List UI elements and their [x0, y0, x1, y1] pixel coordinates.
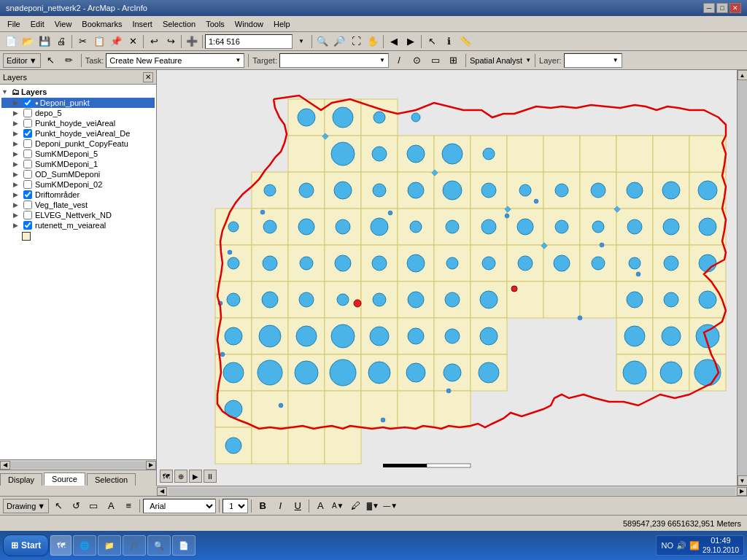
restore-button[interactable]: □: [716, 3, 728, 13]
edit-btn-3[interactable]: ▭: [427, 52, 444, 69]
layer-check-depo5[interactable]: [23, 109, 32, 117]
layer-check-elveg[interactable]: [23, 211, 32, 219]
layer-dropdown[interactable]: ▼: [564, 53, 622, 68]
undo-button[interactable]: ↩: [146, 34, 162, 50]
layer-item-veg-flate[interactable]: ▶ Veg_flate_vest: [1, 200, 155, 210]
zoom-full-button[interactable]: ⛶: [348, 34, 364, 50]
drawing-cursor-button[interactable]: ↖: [50, 498, 66, 514]
layer-item-depo5[interactable]: ▶ depo_5: [1, 108, 155, 118]
taskbar-item-arcmap[interactable]: 🗺: [50, 535, 71, 556]
drawing-rect-button[interactable]: ▭: [85, 498, 101, 514]
layer-check-punkt-hoyde[interactable]: [23, 119, 32, 128]
spatial-analyst-arrow[interactable]: ▼: [525, 57, 531, 63]
map-nav-icon-play[interactable]: ▶: [189, 470, 202, 483]
scroll-left-arrow[interactable]: ◀: [0, 461, 10, 470]
layer-check-od-sum[interactable]: [23, 170, 32, 179]
menu-insert[interactable]: Insert: [128, 18, 157, 30]
close-button[interactable]: ✕: [729, 3, 741, 13]
open-button[interactable]: 📂: [20, 34, 36, 50]
info-button[interactable]: ℹ: [441, 34, 457, 50]
layer-item-driftomrader[interactable]: ▶ Driftområder: [1, 190, 155, 200]
layer-check-driftomrader[interactable]: [23, 190, 32, 199]
add-data-button[interactable]: ➕: [184, 34, 200, 50]
layer-check-sumkm5[interactable]: [23, 149, 32, 158]
edit-tool-button[interactable]: ↖: [43, 52, 59, 69]
drawing-dropdown[interactable]: Drawing ▼: [3, 499, 49, 513]
save-button[interactable]: 💾: [36, 34, 53, 50]
drawing-rotate-button[interactable]: ↺: [68, 498, 84, 514]
scale-dropdown[interactable]: ▼: [293, 34, 309, 50]
map-nav-icon-1[interactable]: 🗺: [160, 470, 173, 483]
scroll-left-btn[interactable]: ◀: [157, 487, 167, 496]
root-expand[interactable]: ▼: [1, 88, 10, 96]
taskbar-item-ie[interactable]: 🌐: [73, 535, 96, 556]
print-button[interactable]: 🖨: [53, 34, 69, 50]
zoom-out-button[interactable]: 🔎: [331, 34, 347, 50]
menu-selection[interactable]: Selection: [158, 18, 200, 30]
minimize-button[interactable]: ─: [703, 3, 715, 13]
bold-button[interactable]: B: [255, 498, 271, 514]
taskbar-item-word[interactable]: 📄: [172, 535, 196, 556]
copy-button[interactable]: 📋: [91, 34, 107, 50]
layer-check-deponi-punkt[interactable]: [23, 98, 32, 107]
layer-item-rutenett[interactable]: ▶ rutenett_m_veiareal: [1, 220, 155, 230]
sketch-tool-button[interactable]: ✏: [61, 52, 77, 69]
redo-button[interactable]: ↪: [163, 34, 179, 50]
map-area[interactable]: 🗺 ⊕ ▶ ⏸: [157, 70, 737, 486]
layer-check-veg-flate[interactable]: [23, 201, 32, 209]
layer-check-rutenett[interactable]: [23, 221, 32, 230]
layer-check-punkt-hoyde2[interactable]: [23, 129, 32, 138]
scroll-down-arrow[interactable]: ▼: [738, 475, 748, 486]
zoom-in-button[interactable]: 🔍: [314, 34, 330, 50]
tab-display[interactable]: Display: [0, 473, 42, 486]
taskbar-item-folder[interactable]: 📁: [98, 535, 121, 556]
italic-button[interactable]: I: [272, 498, 288, 514]
line-color-button[interactable]: —▼: [382, 498, 398, 514]
scroll-up-arrow[interactable]: ▲: [738, 70, 748, 80]
layer-item-deponi-copy[interactable]: ▶ Deponi_punkt_CopyFeatu: [1, 139, 155, 149]
highlight-button[interactable]: 🖊: [347, 498, 363, 514]
panel-close-button[interactable]: ✕: [143, 72, 153, 82]
menu-bookmarks[interactable]: Bookmarks: [77, 18, 126, 30]
menu-file[interactable]: File: [3, 18, 25, 30]
task-dropdown[interactable]: Create New Feature ▼: [106, 53, 244, 68]
measure-button[interactable]: 📏: [457, 34, 473, 50]
edit-btn-4[interactable]: ⊞: [446, 52, 462, 69]
edit-btn-1[interactable]: /: [391, 52, 407, 69]
menu-view[interactable]: View: [50, 18, 77, 30]
drawing-text-button[interactable]: A: [103, 498, 119, 514]
layer-check-deponi-copy[interactable]: [23, 139, 32, 148]
layer-item-sumkm5[interactable]: ▶ SumKMDeponi_5: [1, 149, 155, 159]
drawing-extra-button[interactable]: ≡: [120, 498, 136, 514]
menu-tools[interactable]: Tools: [201, 18, 229, 30]
underline-button[interactable]: U: [290, 498, 306, 514]
fill-color-button[interactable]: ▓▼: [365, 498, 381, 514]
text-align-button[interactable]: A: [312, 498, 328, 514]
layer-item-sumkm1[interactable]: ▶ SumKMDeponi_1: [1, 159, 155, 169]
font-name-select[interactable]: Arial: [143, 499, 216, 513]
cut-button[interactable]: ✂: [74, 34, 90, 50]
target-dropdown[interactable]: ▼: [279, 53, 389, 68]
scroll-right-arrow[interactable]: ▶: [146, 461, 156, 470]
map-nav-icon-2[interactable]: ⊕: [174, 470, 187, 483]
paste-button[interactable]: 📌: [108, 34, 124, 50]
back-button[interactable]: ◀: [386, 34, 402, 50]
tab-selection[interactable]: Selection: [87, 473, 136, 486]
taskbar-item-search[interactable]: 🔍: [147, 535, 171, 556]
edit-btn-2[interactable]: ⊙: [409, 52, 425, 69]
editor-dropdown[interactable]: Editor ▼: [3, 53, 41, 68]
font-size-select[interactable]: 10: [222, 499, 248, 513]
pan-button[interactable]: ✋: [365, 34, 381, 50]
select-button[interactable]: ↖: [424, 34, 440, 50]
delete-button[interactable]: ✕: [125, 34, 141, 50]
forward-button[interactable]: ▶: [403, 34, 419, 50]
tab-source[interactable]: Source: [44, 472, 85, 486]
font-color-button[interactable]: A▼: [330, 498, 346, 514]
menu-help[interactable]: Help: [269, 18, 295, 30]
layer-item-deponi-punkt[interactable]: ▶ ● Deponi_punkt: [1, 98, 155, 108]
vertical-scrollbar[interactable]: ▲ ▼: [737, 70, 747, 486]
menu-edit[interactable]: Edit: [26, 18, 49, 30]
layer-item-elveg[interactable]: ▶ ELVEG_Nettverk_ND: [1, 210, 155, 220]
start-button[interactable]: ⊞ Start: [3, 534, 49, 556]
map-nav-icon-pause[interactable]: ⏸: [204, 470, 217, 483]
